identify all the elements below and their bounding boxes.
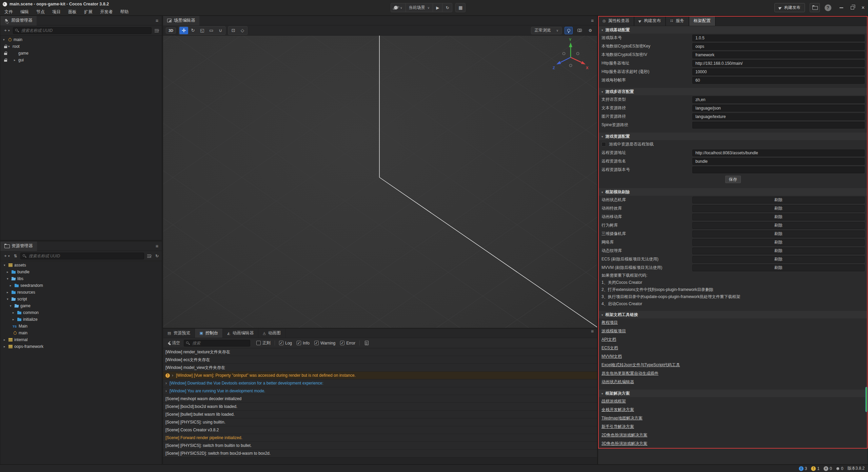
config-input[interactable] xyxy=(692,113,865,120)
remove-module-button[interactable]: 剔除 xyxy=(692,231,865,237)
remove-module-button[interactable]: 剔除 xyxy=(692,248,865,254)
console-tab[interactable]: 动画编辑器 xyxy=(223,329,258,338)
warning-count-icon[interactable]: ! xyxy=(811,466,816,471)
pivot-toggle-button[interactable]: ⊡ xyxy=(229,27,238,34)
view-mode-select[interactable]: 正常浏览 ∨ xyxy=(531,27,562,34)
menu-item[interactable]: 开发者 xyxy=(96,8,117,16)
doc-link[interactable]: ECS文档 xyxy=(601,345,618,351)
bell-icon[interactable] xyxy=(836,467,840,470)
section-header-solutions[interactable]: 框架解决方案 xyxy=(598,390,868,397)
lock-icon[interactable] xyxy=(4,58,7,62)
remove-module-button[interactable]: 剔除 xyxy=(692,264,865,271)
config-input[interactable] xyxy=(692,77,865,84)
help-button[interactable]: ? xyxy=(825,4,831,11)
doc-link[interactable]: MVVM文档 xyxy=(601,354,622,359)
section-header-docs[interactable]: 框架文档工具链接 xyxy=(598,311,868,318)
hierarchy-node-row[interactable]: game xyxy=(0,50,162,57)
toggle-2d3d-button[interactable]: 3D xyxy=(166,27,176,34)
section-header-basic[interactable]: 游戏基础配置 xyxy=(598,26,868,34)
doc-link[interactable]: API文档 xyxy=(601,337,616,342)
move-tool-button[interactable]: ✛ xyxy=(179,27,188,34)
config-input[interactable] xyxy=(692,52,865,58)
section-header-resources[interactable]: 游戏资源配置 xyxy=(598,133,868,140)
console-search-input[interactable] xyxy=(184,340,250,347)
solution-link[interactable]: 2D角色扮演游戏解决方案 xyxy=(601,432,647,438)
menu-item[interactable]: 编辑 xyxy=(17,8,33,16)
config-input[interactable] xyxy=(692,68,865,75)
asset-node-row[interactable]: main xyxy=(0,330,162,336)
config-input[interactable] xyxy=(692,166,865,173)
tree-expand-arrow[interactable] xyxy=(10,304,14,308)
inspector-tab[interactable]: 构建发布 xyxy=(634,16,666,26)
close-button[interactable]: × xyxy=(862,6,865,9)
error-count-icon[interactable]: × xyxy=(824,466,828,471)
solution-link[interactable]: 战棋游戏框架 xyxy=(601,398,626,404)
config-input[interactable] xyxy=(692,96,865,103)
tree-expand-arrow[interactable] xyxy=(3,38,7,41)
clear-console-button[interactable]: 清空 xyxy=(166,340,181,346)
doc-link[interactable]: 动画状态机编辑器 xyxy=(601,379,634,385)
tree-expand-arrow[interactable] xyxy=(8,45,13,48)
log-row[interactable]: ! › [Scene] Forward render pipeline init… xyxy=(163,434,597,442)
log-row[interactable]: ! › [Window] model_view文件夹存在 xyxy=(163,364,597,372)
tree-expand-arrow[interactable] xyxy=(4,263,8,267)
lock-icon[interactable] xyxy=(4,52,7,55)
tree-expand-arrow[interactable] xyxy=(13,318,17,321)
log-row[interactable]: ! › [Scene] meshopt wasm decoder initial… xyxy=(163,395,597,403)
remove-module-button[interactable]: 剔除 xyxy=(692,197,865,203)
scene-camera-button[interactable] xyxy=(575,27,584,34)
remote-load-checkbox[interactable] xyxy=(601,142,606,146)
solution-link[interactable]: 新手引导解决方案 xyxy=(601,424,634,430)
config-input[interactable] xyxy=(692,105,865,112)
console-menu-icon[interactable]: ≡ xyxy=(591,329,594,334)
info-count-icon[interactable]: i xyxy=(799,466,804,471)
asset-node-row[interactable]: bundle xyxy=(0,269,162,275)
log-row[interactable]: ! › [Scene] [PHYSICS]: switch from built… xyxy=(163,442,597,450)
console-tab[interactable]: 资源预览 xyxy=(163,329,195,338)
log-row[interactable]: ! › [Window] You are running Vue in deve… xyxy=(163,387,597,395)
create-node-button[interactable]: ＋▾ xyxy=(2,27,11,33)
remove-module-button[interactable]: 剔除 xyxy=(692,256,865,263)
open-project-folder-button[interactable] xyxy=(810,3,820,12)
scene-viewport[interactable]: Y X Z xyxy=(163,36,597,328)
remove-module-button[interactable]: 剔除 xyxy=(692,222,865,229)
inspector-tab[interactable]: 服务 xyxy=(666,16,689,26)
tree-expand-arrow[interactable] xyxy=(7,270,11,274)
asset-node-row[interactable]: assets xyxy=(0,262,162,269)
asset-node-row[interactable]: seedrandom xyxy=(0,282,162,289)
hierarchy-node-row[interactable]: gui xyxy=(0,57,162,63)
solution-link[interactable]: 全栈开发解决方案 xyxy=(601,407,634,413)
config-input[interactable] xyxy=(692,60,865,67)
tree-expand-arrow[interactable] xyxy=(4,345,8,348)
log-row[interactable]: ! › [Window] Download the Vue Devtools e… xyxy=(163,379,597,387)
hierarchy-node-row[interactable]: main xyxy=(0,36,162,43)
console-tab[interactable]: 动画图 xyxy=(258,329,285,338)
asset-node-row[interactable]: common xyxy=(0,309,162,316)
section-header-modules[interactable]: 框架模块剔除 xyxy=(598,188,868,196)
doc-link[interactable]: 游戏模板项目 xyxy=(601,328,626,334)
maximize-button[interactable] xyxy=(851,6,854,9)
config-input[interactable] xyxy=(692,150,865,156)
console-tab[interactable]: 控制台 xyxy=(195,329,223,338)
tree-expand-arrow[interactable] xyxy=(10,284,14,287)
expand-arrow-icon[interactable]: › xyxy=(165,381,167,386)
log-filter-checkbox[interactable]: Info xyxy=(297,341,310,346)
preview-qr-button[interactable]: ▦ xyxy=(455,3,466,12)
assets-tab[interactable]: 资源管理器 xyxy=(0,241,37,251)
asset-node-row[interactable]: script xyxy=(0,296,162,302)
config-input[interactable] xyxy=(692,158,865,165)
menu-item[interactable]: 帮助 xyxy=(117,8,133,16)
asset-node-row[interactable]: initialize xyxy=(0,316,162,323)
expand-arrow-icon[interactable]: › xyxy=(165,389,167,393)
solution-link[interactable]: Tiledmap地图解决方案 xyxy=(601,415,643,421)
scene-settings-button[interactable]: ⚙ xyxy=(586,27,594,34)
section-header-i18n[interactable]: 游戏多语言配置 xyxy=(598,88,868,95)
scene-light-toggle[interactable] xyxy=(565,27,573,34)
assets-search-input[interactable] xyxy=(20,253,144,259)
log-filter-checkbox[interactable]: Error xyxy=(340,341,355,346)
hierarchy-filter-button[interactable] xyxy=(154,29,160,32)
tree-expand-arrow[interactable] xyxy=(14,58,18,62)
scale-tool-button[interactable]: ◱ xyxy=(198,27,206,34)
build-publish-button[interactable]: 构建发布 xyxy=(774,3,805,12)
asset-node-row[interactable]: libs xyxy=(0,275,162,282)
